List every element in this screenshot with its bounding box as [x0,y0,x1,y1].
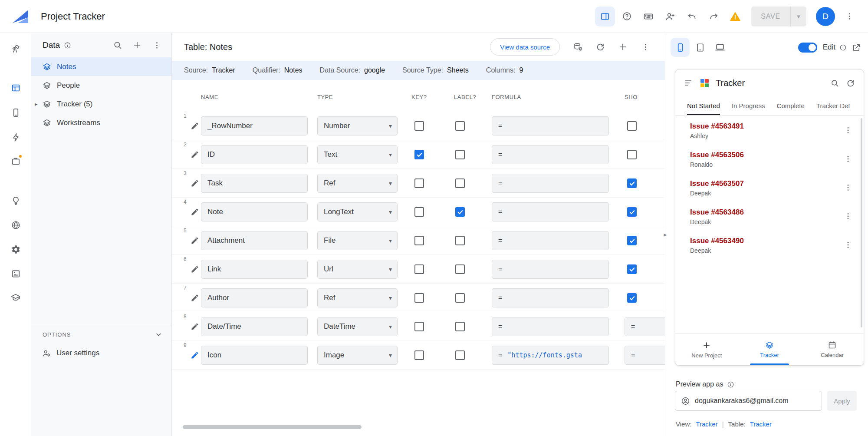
settings-icon[interactable] [6,240,25,259]
issue-row[interactable]: Issue #4563507Deepak [675,175,864,203]
edit-column-icon[interactable] [191,236,199,245]
label-checkbox[interactable] [455,264,465,274]
edit-column-icon[interactable] [191,179,199,188]
column-name-field[interactable]: Attachment [201,231,308,250]
edit-column-icon[interactable] [191,294,199,302]
issue-menu-icon[interactable] [844,241,852,249]
edit-column-icon[interactable] [191,122,199,130]
label-checkbox[interactable] [455,150,465,159]
preview-app-icon[interactable] [595,7,615,26]
redo-icon[interactable] [704,7,723,26]
column-type-select[interactable]: File▾ [317,231,398,250]
view-link[interactable]: Tracker [696,420,717,428]
formula-field[interactable]: = [492,174,609,193]
options-header[interactable]: OPTIONS [31,325,171,344]
info-icon[interactable] [727,381,734,388]
key-checkbox[interactable] [414,121,424,131]
browser-icon[interactable] [6,215,25,235]
bottom-nav-new-project[interactable]: New Project [675,334,738,365]
show-checkbox[interactable] [627,236,637,245]
table-list-item[interactable]: Notes [31,57,171,76]
issue-row[interactable]: Issue #4563506Ronaldo [675,146,864,175]
data-icon[interactable] [6,78,25,97]
key-checkbox[interactable] [414,264,424,274]
issue-menu-icon[interactable] [844,183,852,192]
view-data-source-button[interactable]: View data source [490,38,560,56]
edit-toggle[interactable] [798,43,817,53]
get-started-icon[interactable] [6,39,25,58]
show-checkbox[interactable] [627,207,637,217]
automation-icon[interactable] [6,128,25,147]
tips-icon[interactable] [6,191,25,210]
column-type-select[interactable]: Text▾ [317,145,398,164]
refresh-icon[interactable] [590,37,610,57]
column-type-select[interactable]: Image▾ [317,346,398,365]
column-name-field[interactable]: Task [201,174,308,193]
label-checkbox[interactable] [455,207,465,217]
table-menu-icon[interactable] [635,37,655,57]
data-source-settings-icon[interactable] [568,37,588,57]
app-scrollbar[interactable] [861,118,862,327]
formula-field[interactable]: = [492,231,609,250]
issue-row[interactable]: Issue #4563491Ashley [675,117,864,146]
column-type-select[interactable]: Url▾ [317,260,398,279]
show-checkbox[interactable] [627,121,637,131]
formula-field[interactable]: = [492,317,609,336]
key-checkbox[interactable] [414,150,424,159]
key-checkbox[interactable] [414,293,424,303]
column-name-field[interactable]: Link [201,260,308,279]
apply-button[interactable]: Apply [827,391,857,411]
label-checkbox[interactable] [455,322,465,331]
collapse-panel-icon[interactable]: ▸ [661,228,669,241]
label-checkbox[interactable] [455,236,465,245]
app-tab[interactable]: Not Started [687,96,720,115]
key-checkbox[interactable] [414,178,424,188]
table-list-item[interactable]: Workstreams [31,113,171,132]
label-checkbox[interactable] [455,350,465,360]
show-checkbox[interactable] [627,178,637,188]
info-icon[interactable] [64,42,71,49]
app-tab[interactable]: Complete [777,96,805,115]
issue-row[interactable]: Issue #4563486Deepak [675,203,864,232]
help-icon[interactable] [617,7,637,26]
label-checkbox[interactable] [455,178,465,188]
device-tablet-icon[interactable] [690,38,710,57]
app-tab[interactable]: In Progress [732,96,765,115]
edit-column-icon[interactable] [191,322,199,331]
column-type-select[interactable]: Ref▾ [317,288,398,307]
device-phone-icon[interactable] [671,38,690,57]
edit-column-icon[interactable] [191,208,199,216]
show-checkbox[interactable] [627,264,637,274]
column-type-select[interactable]: Ref▾ [317,174,398,193]
column-name-field[interactable]: ID [201,145,308,164]
key-checkbox[interactable] [414,322,424,331]
column-name-field[interactable]: Date/Time [201,317,308,336]
share-add-user-icon[interactable] [660,7,680,26]
formula-field[interactable]: = [492,288,609,307]
edit-column-icon[interactable] [191,351,199,360]
keyboard-shortcuts-icon[interactable] [638,7,658,26]
undo-icon[interactable] [682,7,702,26]
key-checkbox[interactable] [414,236,424,245]
formula-field[interactable]: ="https://fonts.gsta [492,346,609,365]
show-checkbox[interactable] [627,293,637,303]
warning-icon[interactable] [725,7,745,26]
device-desktop-icon[interactable] [710,38,730,57]
add-column-icon[interactable] [613,37,633,57]
column-name-field[interactable]: Icon [201,346,308,365]
issue-row[interactable]: Issue #4563490Deepak [675,232,864,261]
label-checkbox[interactable] [455,293,465,303]
table-list-item[interactable]: ▸Tracker (5) [31,95,171,113]
issue-menu-icon[interactable] [844,126,852,135]
learn-icon[interactable] [6,288,25,307]
column-name-field[interactable]: Author [201,288,308,307]
label-checkbox[interactable] [455,121,465,131]
app-tab[interactable]: Tracker Det [816,96,850,115]
more-menu-icon[interactable] [839,7,859,26]
manage-icon[interactable] [6,152,25,171]
save-button[interactable]: SAVE [751,7,790,26]
bottom-nav-tracker[interactable]: Tracker [738,334,801,365]
formula-field[interactable]: = [492,116,609,135]
show-formula-field[interactable]: = [625,346,665,365]
save-dropdown-button[interactable]: ▾ [790,7,806,26]
